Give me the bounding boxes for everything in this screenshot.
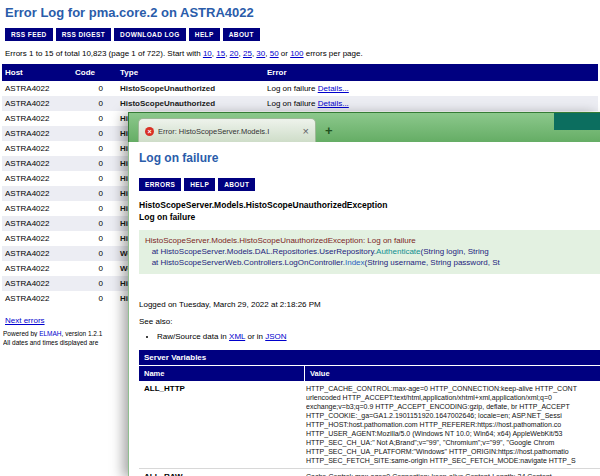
host-cell: ASTRA4022 xyxy=(2,111,72,126)
json-link[interactable]: JSON xyxy=(265,332,286,341)
variable-value: Cache-Control: max-age=0 Connection: kee… xyxy=(304,469,600,476)
host-cell: ASTRA4022 xyxy=(2,276,72,291)
error-message: Log on failure xyxy=(267,84,318,93)
raw-source-text: Raw/Source data in xyxy=(157,332,229,341)
column-header-host: Host xyxy=(2,64,72,81)
host-cell: ASTRA4022 xyxy=(2,201,72,216)
column-header-error: Error xyxy=(264,64,598,81)
stack-line-2-text: at HistoScopeServer.Models.DAL.Repositor… xyxy=(145,247,376,256)
chrome-corner xyxy=(554,113,600,130)
error-row: ASTRA40220HistoScopeUnauthorizedLog on f… xyxy=(2,81,598,96)
server-variables-header: Name Value xyxy=(139,366,600,381)
stack-method-index: Index xyxy=(345,258,365,267)
server-variables-caption: Server Variables xyxy=(139,350,600,365)
value-column-header: Value xyxy=(305,366,600,381)
new-tab-button[interactable]: + xyxy=(325,123,333,139)
stack-line-3: at HistoScopeServerWeb.Controllers.LogOn… xyxy=(145,257,600,268)
variable-name: ALL_HTTP xyxy=(139,381,304,468)
code-cell: 0 xyxy=(72,231,117,246)
detail-page-title: Log on failure xyxy=(139,151,600,165)
powered-text: Powered by xyxy=(3,330,39,337)
value-line: HTTP_COOKIE:_ga=GA1.2.1901151920.1647002… xyxy=(306,411,600,420)
host-cell: ASTRA4022 xyxy=(2,96,72,111)
code-cell: 0 xyxy=(72,216,117,231)
value-line: HTTP_USER_AGENT:Mozilla/5.0 (Windows NT … xyxy=(306,429,600,438)
value-line: exchange;v=b3;q=0.9 HTTP_ACCEPT_ENCODING… xyxy=(306,402,600,411)
next-errors-link[interactable]: Next errors xyxy=(5,316,45,325)
stack-line-2: at HistoScopeServer.Models.DAL.Repositor… xyxy=(145,246,600,257)
button-rss-feed[interactable]: RSS FEED xyxy=(5,28,53,41)
page-title: Error Log for pma.core.2 on ASTRA4022 xyxy=(5,5,254,20)
button-download-log[interactable]: DOWNLOAD LOG xyxy=(114,28,186,41)
stack-method-authenticate: Authenticate xyxy=(376,247,420,256)
page-size-link-10[interactable]: 10 xyxy=(203,49,212,58)
button-about[interactable]: ABOUT xyxy=(218,178,255,191)
name-column-header: Name xyxy=(139,366,304,381)
server-variable-row: ALL_HTTPHTTP_CACHE_CONTROL:max-age=0 HTT… xyxy=(139,381,600,469)
exception-type: HistoScopeServer.Models.HistoScopeUnauth… xyxy=(139,200,600,210)
button-help[interactable]: HELP xyxy=(184,178,215,191)
value-line: HTTP_SEC_CH_UA_PLATFORM:"Windows" HTTP_O… xyxy=(306,447,600,456)
value-line: HTTP_CACHE_CONTROL:max-age=0 HTTP_CONNEC… xyxy=(306,384,600,393)
paging-separator: or xyxy=(279,49,291,58)
browser-chrome: × Error: HistoScopeServer.Models.I × + xyxy=(128,112,600,142)
details-link[interactable]: Details... xyxy=(318,84,349,93)
page-size-link-15[interactable]: 15 xyxy=(216,49,225,58)
host-cell: ASTRA4022 xyxy=(2,291,72,306)
code-cell: 0 xyxy=(72,261,117,276)
page-size-link-50[interactable]: 50 xyxy=(270,49,279,58)
xml-link[interactable]: XML xyxy=(229,332,245,341)
stack-line-2-args: (String login, String xyxy=(421,247,491,256)
exception-message: Log on failure xyxy=(139,212,600,222)
code-cell: 0 xyxy=(72,291,117,306)
type-cell: HistoScopeUnauthorized xyxy=(117,96,264,111)
host-cell: ASTRA4022 xyxy=(2,216,72,231)
value-line: HTTP_SEC_FETCH_SITE:same-origin HTTP_SEC… xyxy=(306,456,600,465)
server-variables-table: Server Variables Name Value ALL_HTTPHTTP… xyxy=(139,350,600,476)
button-help[interactable]: HELP xyxy=(189,28,220,41)
paging-line: Errors 1 to 15 of total 10,823 (page 1 o… xyxy=(5,49,363,58)
column-header-type: Type xyxy=(117,64,264,81)
page-size-link-20[interactable]: 20 xyxy=(230,49,239,58)
raw-source-or: or in xyxy=(245,332,265,341)
error-row: ASTRA40220HistoScopeUnauthorizedLog on f… xyxy=(2,96,598,111)
server-variable-row: ALL_RAWCache-Control: max-age=0 Connecti… xyxy=(139,469,600,476)
tab-error-icon: × xyxy=(145,127,154,136)
browser-tab[interactable]: × Error: HistoScopeServer.Models.I × xyxy=(138,118,316,143)
type-cell: HistoScopeUnauthorized xyxy=(117,81,264,96)
logged-on-timestamp: Logged on Tuesday, March 29, 2022 at 2:1… xyxy=(139,300,600,309)
button-rss-digest[interactable]: RSS DIGEST xyxy=(56,28,111,41)
host-cell: ASTRA4022 xyxy=(2,261,72,276)
page-toolbar: RSS FEEDRSS DIGESTDOWNLOAD LOGHELPABOUT xyxy=(5,28,260,41)
server-variables-rows: ALL_HTTPHTTP_CACHE_CONTROL:max-age=0 HTT… xyxy=(139,381,600,476)
elmah-link[interactable]: ELMAH xyxy=(39,330,61,337)
error-detail-page: Log on failure ERRORSHELPABOUT HistoScop… xyxy=(128,142,600,476)
error-cell: Log on failure Details... xyxy=(264,81,598,96)
value-line: HTTP_HOST:host.pathomation.com HTTP_REFE… xyxy=(306,420,600,429)
error-message: Log on failure xyxy=(267,99,318,108)
button-errors[interactable]: ERRORS xyxy=(139,178,181,191)
host-cell: ASTRA4022 xyxy=(2,156,72,171)
stack-line-3-args: (String username, String password, St xyxy=(365,258,500,267)
host-cell: ASTRA4022 xyxy=(2,141,72,156)
page-size-link-30[interactable]: 30 xyxy=(256,49,265,58)
code-cell: 0 xyxy=(72,276,117,291)
value-line: Cache-Control: max-age=0 Connection: kee… xyxy=(306,472,600,476)
page-size-link-100[interactable]: 100 xyxy=(290,49,303,58)
code-cell: 0 xyxy=(72,156,117,171)
code-cell: 0 xyxy=(72,141,117,156)
detail-toolbar: ERRORSHELPABOUT xyxy=(139,178,600,191)
code-cell: 0 xyxy=(72,126,117,141)
button-about[interactable]: ABOUT xyxy=(223,28,260,41)
details-link[interactable]: Details... xyxy=(318,99,349,108)
host-cell: ASTRA4022 xyxy=(2,186,72,201)
value-line: HTTP_SEC_CH_UA:" Not A;Brand";v="99", "C… xyxy=(306,438,600,447)
tab-title: Error: HistoScopeServer.Models.I xyxy=(158,127,299,136)
page-size-link-25[interactable]: 25 xyxy=(243,49,252,58)
tab-close-icon[interactable]: × xyxy=(303,126,309,137)
powered-by-note: Powered by ELMAH, version 1.2.1 xyxy=(3,330,127,337)
paging-text: Errors 1 to 15 of total 10,823 (page 1 o… xyxy=(5,49,203,58)
error-cell: Log on failure Details... xyxy=(264,96,598,111)
code-cell: 0 xyxy=(72,186,117,201)
host-cell: ASTRA4022 xyxy=(2,171,72,186)
